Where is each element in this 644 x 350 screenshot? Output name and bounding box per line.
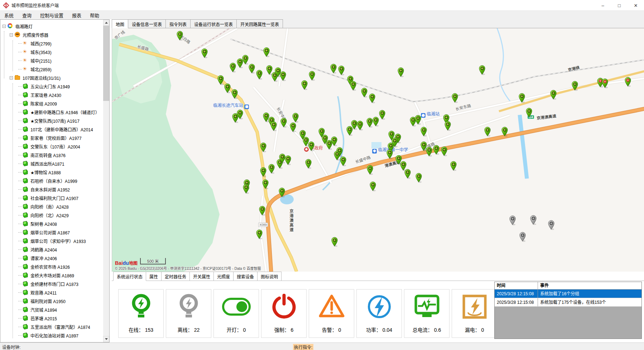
tree-item[interactable]: 梨树巷 A2408 — [0, 219, 104, 228]
map-pin-device[interactable] — [263, 47, 270, 57]
map-pin-device[interactable] — [331, 237, 338, 247]
map-pin-device[interactable] — [444, 121, 451, 131]
tree-item[interactable]: 城西派出所A1871 — [0, 159, 104, 168]
tree-item[interactable]: 中石化加油站对面 A1897 — [0, 331, 104, 340]
map-pin-device[interactable] — [426, 147, 432, 157]
tree-item[interactable]: 向阳桥（北）A2429 — [0, 211, 104, 219]
tree-item[interactable]: −107国道沿线(31/31) — [0, 73, 104, 82]
map-pin-device[interactable] — [231, 89, 238, 99]
map-pin-device[interactable] — [452, 93, 458, 103]
close-button[interactable]: ✕ — [628, 0, 644, 11]
tree-item[interactable]: ★交警队西(107南) A1917 — [0, 116, 104, 125]
tree-scrollbar[interactable] — [103, 20, 109, 342]
tree-item[interactable]: 107北（建新中路路口西）A2014 — [0, 125, 104, 133]
map-pin-device[interactable] — [243, 184, 249, 194]
map-pin-device[interactable] — [331, 136, 337, 146]
map-pin-device[interactable] — [232, 113, 239, 123]
map-pin-device[interactable] — [420, 127, 427, 137]
map-pin-device[interactable] — [285, 155, 291, 165]
tree-item[interactable]: 观音路 A2411 — [0, 288, 104, 297]
tree-item[interactable]: 王家珑巷 A2430 — [0, 91, 104, 99]
tree-expand-box[interactable]: − — [3, 25, 6, 28]
map-pin-device[interactable] — [404, 169, 411, 179]
map-pin-device[interactable] — [391, 137, 398, 147]
tree-item[interactable]: 向阳桥（南）A2428 — [0, 202, 104, 211]
tree-item[interactable]: 自来水斜对面 A1952 — [0, 185, 104, 194]
tree-item[interactable]: 金桥农贸市场 A1926 — [0, 262, 104, 271]
map-pin-device[interactable] — [201, 48, 208, 58]
map-pin-device[interactable] — [386, 149, 393, 159]
map-pin-device[interactable] — [340, 156, 346, 166]
event-log-row[interactable]: 2025/3/28 12:15:08系统加载了175个设备，在线153个 — [495, 298, 641, 307]
tree-item[interactable]: ★博物馆 A1888 — [0, 168, 104, 176]
map-pin-device[interactable] — [230, 63, 236, 73]
map-pin-offline[interactable] — [509, 215, 516, 225]
tree-expand-box[interactable]: − — [10, 76, 13, 79]
tree-item[interactable]: ☀城东(3543) — [0, 48, 104, 56]
tab-开关回路属性一览表[interactable]: 开关回路属性一览表 — [236, 19, 283, 28]
map-pin-device[interactable] — [256, 229, 263, 239]
map-pin-device[interactable] — [415, 115, 421, 125]
map-pin-device[interactable] — [279, 188, 285, 198]
map-pin-device[interactable] — [441, 146, 447, 156]
map-pin-device[interactable] — [379, 110, 385, 120]
tree-item[interactable]: 彭家巷（党校后面）A1977 — [0, 133, 104, 142]
minimize-button[interactable]: – — [595, 0, 611, 11]
map-pin-device[interactable] — [370, 181, 376, 191]
map-pin-device[interactable] — [301, 80, 308, 90]
tree-item[interactable]: −光照度传感器 — [0, 30, 104, 39]
menu-查询[interactable]: 查询 — [18, 11, 36, 19]
map-pin-device[interactable] — [350, 81, 356, 91]
menu-报表[interactable]: 报表 — [68, 11, 86, 19]
map-pin-device[interactable] — [334, 151, 340, 161]
map-pin-device[interactable] — [501, 127, 508, 137]
map-canvas[interactable]: 京广线长盛路长白路长安中路长安东路京港绕京港澳高速港澳高速长盛中路长盛路京港澳高… — [112, 28, 644, 272]
map-pin-device[interactable] — [262, 179, 269, 189]
map-pin-device[interactable] — [290, 122, 296, 132]
map-pin-device[interactable] — [572, 81, 578, 91]
bottom-tab-光照度[interactable]: 光照度 — [213, 272, 234, 281]
tree-item[interactable]: 金桥建材市场门口 A1873 — [0, 279, 104, 288]
menu-帮助[interactable]: 帮助 — [86, 11, 104, 19]
tree-item[interactable]: 五里派出所（富源汽配）A1874 — [0, 322, 104, 331]
scroll-up-arrow[interactable] — [103, 20, 109, 26]
map-pin-device[interactable] — [309, 71, 315, 81]
tree-item[interactable]: 交警队东（107南）A2004 — [0, 142, 104, 151]
map-pin-device[interactable] — [519, 93, 525, 103]
device-tree[interactable]: −临湘路灯−光照度传感器☀城西(2799)☀城东(3543)☀城中(2151)☀… — [0, 20, 104, 342]
tree-item[interactable]: 金桥大市场对面 A1869 — [0, 271, 104, 279]
map-pin-device[interactable] — [361, 88, 367, 98]
scroll-down-arrow[interactable] — [103, 336, 109, 342]
tree-expand-box[interactable]: − — [10, 33, 13, 37]
map-pin-device[interactable] — [260, 142, 266, 152]
bottom-tab-开关属性[interactable]: 开关属性 — [189, 272, 214, 281]
tree-item[interactable]: −临湘路灯 — [0, 22, 104, 30]
tree-item[interactable]: ☀城北(2859) — [0, 65, 104, 73]
map-pin-alarm[interactable] — [625, 77, 631, 87]
map-pin-device[interactable] — [369, 93, 375, 103]
map-pin-device[interactable] — [177, 31, 183, 41]
tab-设备运行状态一览表[interactable]: 设备运行状态一览表 — [190, 19, 237, 28]
map-pin-device[interactable] — [305, 159, 312, 169]
tree-item[interactable]: 社会福利院大门口 A1907 — [0, 194, 104, 202]
map-pin-device[interactable] — [268, 164, 275, 174]
tree-item[interactable]: 汽贸城 A1894 — [0, 305, 104, 314]
event-log-row[interactable]: 2025/3/28 12:15:08系统加载了16个分组 — [495, 290, 641, 298]
map-pin-device[interactable] — [484, 127, 491, 137]
menu-控制与设置[interactable]: 控制与设置 — [36, 11, 68, 19]
maximize-button[interactable]: □ — [611, 0, 628, 11]
map-pin-device[interactable] — [366, 118, 373, 128]
scroll-thumb[interactable] — [103, 26, 109, 101]
map-pin-device[interactable] — [270, 121, 277, 131]
map-pin-device[interactable] — [338, 65, 345, 76]
tree-item[interactable]: 南正街转盘 A1876 — [0, 151, 104, 159]
map-pin-device[interactable] — [308, 141, 314, 151]
map-pin-device[interactable] — [373, 117, 379, 127]
map-pin-device[interactable] — [217, 75, 224, 85]
map-pin-device[interactable] — [433, 145, 439, 155]
tree-item[interactable]: 谭家冲 A2406 — [0, 254, 104, 262]
tree-item[interactable]: 芭茅塘 A2015 — [0, 314, 104, 322]
tab-地图[interactable]: 地图 — [112, 19, 128, 28]
tree-item[interactable]: 石咀桥（自来水）A1999 — [0, 176, 104, 185]
map-pin-device[interactable] — [357, 121, 363, 131]
